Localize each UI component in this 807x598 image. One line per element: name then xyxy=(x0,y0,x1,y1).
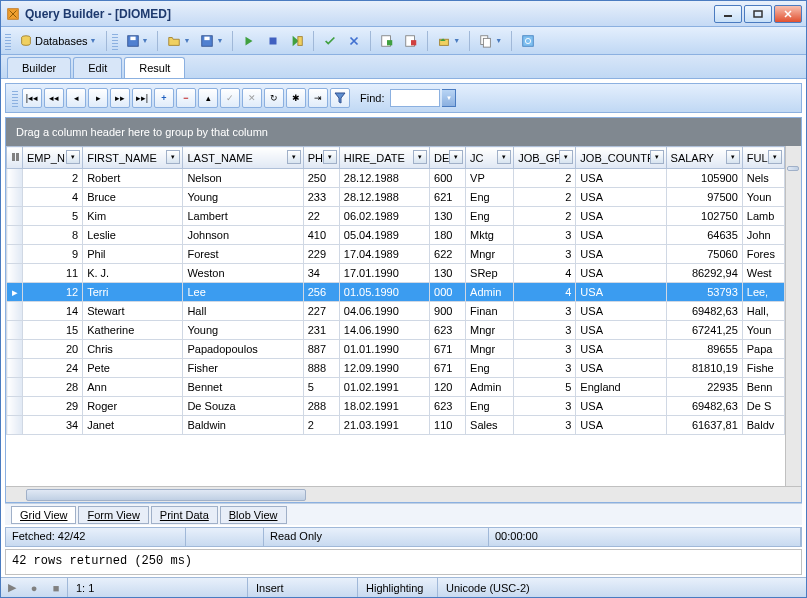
cell-hire[interactable]: 21.03.1991 xyxy=(339,416,429,435)
cell-last[interactable]: Forest xyxy=(183,245,303,264)
cell-hire[interactable]: 12.09.1990 xyxy=(339,359,429,378)
import-button[interactable] xyxy=(400,30,422,52)
filter-icon[interactable]: ▾ xyxy=(287,150,301,164)
row-indicator[interactable] xyxy=(7,378,23,397)
cell-de[interactable]: 130 xyxy=(430,264,466,283)
filter-icon[interactable]: ▾ xyxy=(768,150,782,164)
cell-full[interactable]: Lamb xyxy=(742,207,784,226)
cell-gf[interactable]: 3 xyxy=(514,302,576,321)
cell-country[interactable]: USA xyxy=(576,359,666,378)
cell-full[interactable]: Lee, xyxy=(742,283,784,302)
grid-scroll[interactable]: EMP_N▾FIRST_NAME▾LAST_NAME▾PH▾HIRE_DATE▾… xyxy=(6,146,801,486)
tab-result[interactable]: Result xyxy=(124,57,185,78)
copy-button[interactable]: ▼ xyxy=(475,30,506,52)
cell-country[interactable]: USA xyxy=(576,207,666,226)
cell-last[interactable]: Johnson xyxy=(183,226,303,245)
options-button[interactable]: ▼ xyxy=(433,30,464,52)
cell-hire[interactable]: 18.02.1991 xyxy=(339,397,429,416)
cell-de[interactable]: 900 xyxy=(430,302,466,321)
cell-first[interactable]: Chris xyxy=(83,340,183,359)
cell-first[interactable]: Phil xyxy=(83,245,183,264)
cell-last[interactable]: Weston xyxy=(183,264,303,283)
row-indicator[interactable] xyxy=(7,340,23,359)
save-as-button[interactable]: ▼ xyxy=(196,30,227,52)
open-button[interactable]: ▼ xyxy=(163,30,194,52)
table-row[interactable]: 34JanetBaldwin221.03.1991110Sales3USA616… xyxy=(7,416,785,435)
cell-last[interactable]: Bennet xyxy=(183,378,303,397)
cell-jc[interactable]: Admin xyxy=(466,283,514,302)
column-header-hire_date[interactable]: HIRE_DATE▾ xyxy=(339,147,429,169)
cell-first[interactable]: Leslie xyxy=(83,226,183,245)
cell-salary[interactable]: 67241,25 xyxy=(666,321,742,340)
next-record-button[interactable]: ▸ xyxy=(88,88,108,108)
cell-hire[interactable]: 01.01.1990 xyxy=(339,340,429,359)
table-row[interactable]: 24PeteFisher88812.09.1990671Eng3USA81810… xyxy=(7,359,785,378)
cell-hire[interactable]: 28.12.1988 xyxy=(339,188,429,207)
row-indicator[interactable] xyxy=(7,321,23,340)
cell-country[interactable]: USA xyxy=(576,397,666,416)
cell-salary[interactable]: 97500 xyxy=(666,188,742,207)
row-indicator-header[interactable] xyxy=(7,147,23,169)
cell-emp_no[interactable]: 34 xyxy=(23,416,83,435)
row-indicator[interactable] xyxy=(7,207,23,226)
filter-icon[interactable]: ▾ xyxy=(497,150,511,164)
post-button[interactable]: ✓ xyxy=(220,88,240,108)
cell-full[interactable]: John xyxy=(742,226,784,245)
cell-emp_no[interactable]: 11 xyxy=(23,264,83,283)
column-header-ph[interactable]: PH▾ xyxy=(303,147,339,169)
cell-salary[interactable]: 75060 xyxy=(666,245,742,264)
cell-country[interactable]: USA xyxy=(576,283,666,302)
stop-button[interactable] xyxy=(262,30,284,52)
find-dropdown[interactable]: ▼ xyxy=(442,89,456,107)
cell-first[interactable]: Stewart xyxy=(83,302,183,321)
cell-ph[interactable]: 22 xyxy=(303,207,339,226)
column-header-job_countr[interactable]: JOB_COUNTR▾ xyxy=(576,147,666,169)
stop-icon[interactable]: ■ xyxy=(47,580,65,596)
filter-icon[interactable]: ▾ xyxy=(726,150,740,164)
cell-ph[interactable]: 288 xyxy=(303,397,339,416)
cell-salary[interactable]: 89655 xyxy=(666,340,742,359)
cell-country[interactable]: USA xyxy=(576,321,666,340)
table-row[interactable]: 29RogerDe Souza28818.02.1991623Eng3USA69… xyxy=(7,397,785,416)
cell-emp_no[interactable]: 24 xyxy=(23,359,83,378)
table-row[interactable]: ▸12TerriLee25601.05.1990000Admin4USA5379… xyxy=(7,283,785,302)
cell-jc[interactable]: Eng xyxy=(466,359,514,378)
table-row[interactable]: 2RobertNelson25028.12.1988600VP2USA10590… xyxy=(7,169,785,188)
filter-icon[interactable]: ▾ xyxy=(650,150,664,164)
cell-hire[interactable]: 28.12.1988 xyxy=(339,169,429,188)
cell-country[interactable]: USA xyxy=(576,416,666,435)
cell-ph[interactable]: 229 xyxy=(303,245,339,264)
cell-emp_no[interactable]: 28 xyxy=(23,378,83,397)
vertical-scrollbar[interactable] xyxy=(785,146,801,486)
cell-last[interactable]: Young xyxy=(183,321,303,340)
cell-jc[interactable]: Eng xyxy=(466,397,514,416)
cell-jc[interactable]: Mngr xyxy=(466,245,514,264)
filter-icon[interactable]: ▾ xyxy=(66,150,80,164)
cell-hire[interactable]: 14.06.1990 xyxy=(339,321,429,340)
filter-icon[interactable]: ▾ xyxy=(559,150,573,164)
cell-de[interactable]: 622 xyxy=(430,245,466,264)
cell-last[interactable]: Fisher xyxy=(183,359,303,378)
cell-gf[interactable]: 5 xyxy=(514,378,576,397)
cell-jc[interactable]: VP xyxy=(466,169,514,188)
find-input[interactable] xyxy=(390,89,440,107)
record-icon[interactable]: ● xyxy=(25,580,43,596)
delete-record-button[interactable]: − xyxy=(176,88,196,108)
cell-ph[interactable]: 888 xyxy=(303,359,339,378)
cell-gf[interactable]: 3 xyxy=(514,226,576,245)
table-row[interactable]: 11K. J.Weston3417.01.1990130SRep4USA8629… xyxy=(7,264,785,283)
cell-salary[interactable]: 53793 xyxy=(666,283,742,302)
cell-jc[interactable]: Eng xyxy=(466,188,514,207)
cell-full[interactable]: Youn xyxy=(742,321,784,340)
cell-first[interactable]: Katherine xyxy=(83,321,183,340)
cell-de[interactable]: 621 xyxy=(430,188,466,207)
cell-full[interactable]: Benn xyxy=(742,378,784,397)
cell-de[interactable]: 671 xyxy=(430,340,466,359)
play-icon[interactable]: ▶ xyxy=(3,580,21,596)
cell-full[interactable]: Papa xyxy=(742,340,784,359)
cell-hire[interactable]: 01.02.1991 xyxy=(339,378,429,397)
cell-first[interactable]: Ann xyxy=(83,378,183,397)
insert-record-button[interactable]: + xyxy=(154,88,174,108)
toolbar-grip[interactable] xyxy=(112,32,118,50)
cell-country[interactable]: England xyxy=(576,378,666,397)
